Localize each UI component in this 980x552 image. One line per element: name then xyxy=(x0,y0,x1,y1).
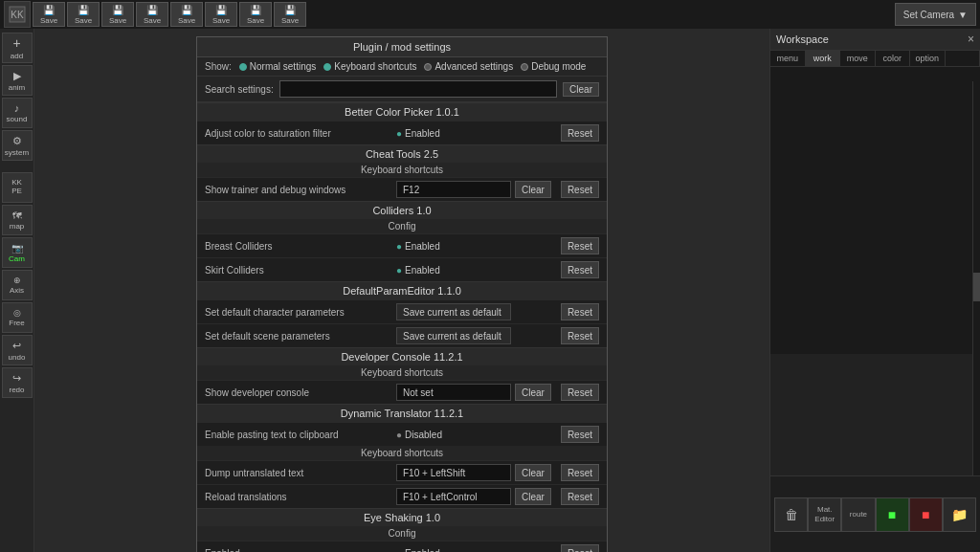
setting-breast-colliders: Breast Colliders ● Enabled Reset xyxy=(197,233,607,257)
workspace-close-button[interactable]: × xyxy=(968,33,974,46)
save-btn-8[interactable]: 💾 Save xyxy=(274,2,306,27)
mat-editor-button[interactable]: Mat.Editor xyxy=(808,497,841,532)
add-icon: + xyxy=(12,35,20,51)
show-normal-settings[interactable]: Normal settings xyxy=(239,61,316,72)
clear-trainer-button[interactable]: Clear xyxy=(515,181,551,198)
sidebar-sound-btn[interactable]: ♪ sound xyxy=(2,98,33,128)
red-action-button[interactable]: ■ xyxy=(909,497,943,532)
route-icon: route xyxy=(850,510,867,519)
setting-skirt-colliders: Skirt Colliders ● Enabled Reset xyxy=(197,257,607,281)
sidebar-map-btn[interactable]: 🗺 map xyxy=(2,205,33,235)
tab-color[interactable]: color xyxy=(876,51,911,66)
reset-breast-colliders-button[interactable]: Reset xyxy=(561,237,599,254)
dialog-content: Better Color Picker 1.0.1 Adjust color t… xyxy=(197,102,607,552)
sidebar-axis-btn[interactable]: ⊕ Axis xyxy=(2,270,33,300)
setting-eye-enabled: Enabled ● Enabled Reset xyxy=(197,541,607,552)
mat-editor-icon: Mat.Editor xyxy=(814,505,835,523)
reset-dev-console-button[interactable]: Reset xyxy=(561,384,599,401)
system-icon: ⚙ xyxy=(12,135,22,147)
save-btn-6[interactable]: 💾 Save xyxy=(205,2,237,27)
show-advanced-settings[interactable]: Advanced settings xyxy=(424,61,513,72)
set-camera-button[interactable]: Set Camera ▼ xyxy=(895,3,976,26)
tab-menu[interactable]: menu xyxy=(770,51,806,66)
show-options-row: Show: Normal settings Keyboard shortcuts… xyxy=(197,57,607,77)
setting-reload-translations: Reload translations F10 + LeftControl Cl… xyxy=(197,484,607,508)
anim-icon: ▶ xyxy=(13,70,21,82)
subsection-eye-config: Config xyxy=(197,526,607,541)
reset-skirt-colliders-button[interactable]: Reset xyxy=(561,261,599,278)
sidebar-add-btn[interactable]: + add xyxy=(2,33,33,63)
sidebar-free-btn[interactable]: ◎ Free xyxy=(2,302,33,333)
dialog-title: Plugin / mod settings xyxy=(197,37,607,57)
reset-adjust-color-button[interactable]: Reset xyxy=(561,124,599,142)
save-btn-5[interactable]: 💾 Save xyxy=(170,2,203,27)
tab-move[interactable]: move xyxy=(840,51,876,66)
svg-text:KK: KK xyxy=(11,10,24,20)
workspace-content xyxy=(770,67,980,354)
subsection-translator-keyboard: Keyboard shortcuts xyxy=(197,446,607,460)
section-colliders: Colliders 1.0 xyxy=(197,201,607,219)
tab-option[interactable]: option xyxy=(910,51,946,66)
route-button[interactable]: route xyxy=(841,497,875,532)
app-icon: KK xyxy=(4,1,31,28)
scrollbar-thumb[interactable] xyxy=(973,273,980,301)
save-btn-2[interactable]: 💾 Save xyxy=(67,2,100,27)
reset-dump-untranslated-button[interactable]: Reset xyxy=(561,464,599,481)
green-action-button[interactable]: ■ xyxy=(876,497,909,532)
radio-normal-dot xyxy=(239,63,247,71)
save-btn-4[interactable]: 💾 Save xyxy=(136,2,168,27)
section-eye-shaking: Eye Shaking 1.0 xyxy=(197,508,607,526)
save-scene-params-button[interactable]: Save current as default xyxy=(396,327,511,344)
sidebar-cam-btn[interactable]: 📷 Cam xyxy=(2,237,33,268)
show-debug-mode[interactable]: Debug mode xyxy=(521,61,586,72)
save-char-params-button[interactable]: Save current as default xyxy=(396,303,511,320)
subsection-cheat-keyboard: Keyboard shortcuts xyxy=(197,163,607,177)
section-better-color-picker: Better Color Picker 1.0.1 xyxy=(197,102,607,121)
cam-icon: 📷 xyxy=(11,243,23,254)
setting-enable-pasting: Enable pasting text to clipboard ● Disab… xyxy=(197,422,607,446)
reset-trainer-button[interactable]: Reset xyxy=(561,181,599,198)
sidebar-system-btn[interactable]: ⚙ system xyxy=(2,130,33,161)
radio-advanced-dot xyxy=(424,63,432,71)
reset-char-params-button[interactable]: Reset xyxy=(561,303,599,320)
search-input[interactable] xyxy=(279,80,557,98)
search-label: Search settings: xyxy=(205,84,274,95)
reset-reload-translations-button[interactable]: Reset xyxy=(561,488,599,505)
sidebar-anim-btn[interactable]: ▶ anim xyxy=(2,65,33,96)
top-toolbar: KK 💾 Save 💾 Save 💾 Save 💾 Save 💾 Save 💾 … xyxy=(0,0,980,29)
radio-keyboard-dot xyxy=(323,63,331,71)
workspace-scrollbar[interactable] xyxy=(972,81,980,475)
delete-button[interactable]: 🗑 xyxy=(774,497,808,532)
clear-dev-console-button[interactable]: Clear xyxy=(515,384,551,401)
save-btn-7[interactable]: 💾 Save xyxy=(239,2,272,27)
reset-eye-enabled-button[interactable]: Reset xyxy=(561,544,599,552)
green-icon: ■ xyxy=(888,507,896,522)
sidebar-undo-btn[interactable]: ↩ undo xyxy=(2,335,33,365)
folder-button[interactable]: 📁 xyxy=(943,497,976,532)
workspace-title: Workspace xyxy=(776,33,829,45)
free-icon: ◎ xyxy=(13,308,21,318)
section-dynamic-translator: Dynamic Translator 11.2.1 xyxy=(197,404,607,422)
subsection-dev-keyboard: Keyboard shortcuts xyxy=(197,365,607,380)
undo-icon: ↩ xyxy=(12,340,21,352)
sidebar-kkpe-btn[interactable]: KKPE xyxy=(2,172,33,203)
reset-scene-params-button[interactable]: Reset xyxy=(561,327,599,344)
workspace-bottom-bar: 🗑 Mat.Editor route ■ ■ 📁 xyxy=(770,475,980,552)
reset-pasting-button[interactable]: Reset xyxy=(561,426,599,443)
section-cheat-tools: Cheat Tools 2.5 xyxy=(197,144,607,163)
sidebar-redo-btn[interactable]: ↪ redo xyxy=(2,367,33,398)
left-sidebar: + add ▶ anim ♪ sound ⚙ system KKPE 🗺 map… xyxy=(0,29,34,552)
save-btn-1[interactable]: 💾 Save xyxy=(33,2,65,27)
section-dev-console: Developer Console 11.2.1 xyxy=(197,347,607,365)
setting-default-scene-params: Set default scene parameters Save curren… xyxy=(197,323,607,347)
map-icon: 🗺 xyxy=(12,210,22,221)
save-btn-3[interactable]: 💾 Save xyxy=(101,2,134,27)
search-clear-button[interactable]: Clear xyxy=(563,82,599,97)
sound-icon: ♪ xyxy=(14,102,20,114)
show-keyboard-shortcuts[interactable]: Keyboard shortcuts xyxy=(323,61,416,72)
clear-dump-untranslated-button[interactable]: Clear xyxy=(515,464,551,481)
search-row: Search settings: Clear xyxy=(197,77,607,102)
clear-reload-translations-button[interactable]: Clear xyxy=(515,488,551,505)
tab-extra[interactable] xyxy=(946,51,981,66)
tab-work[interactable]: work xyxy=(806,51,841,66)
